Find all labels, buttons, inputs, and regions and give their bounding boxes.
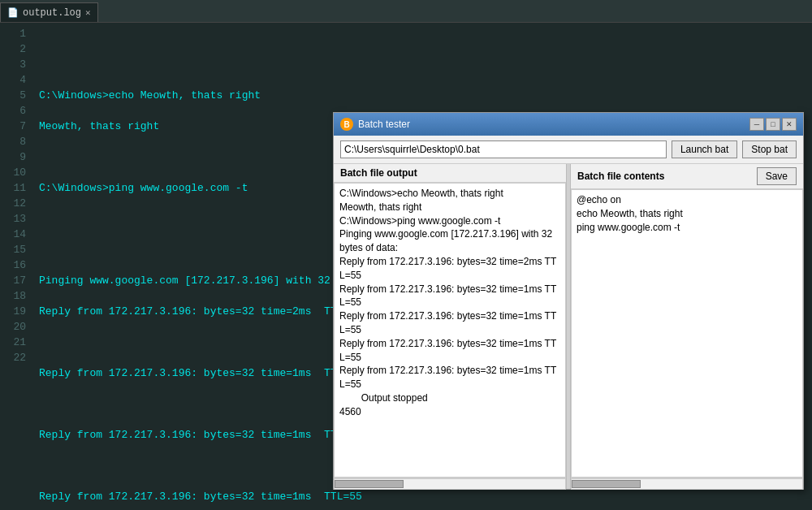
output-hscrollbar-thumb — [335, 480, 404, 488]
contents-panel-label: Batch file contents — [577, 171, 664, 182]
output-hscrollbar[interactable] — [334, 478, 566, 490]
tab-file-icon: 📄 — [7, 7, 19, 18]
contents-hscrollbar-thumb — [572, 480, 641, 488]
titlebar-buttons: ─ □ ✕ — [749, 118, 797, 131]
code-line: Reply from 172.217.3.196: bytes=32 time=… — [39, 489, 806, 504]
line-number: 18 — [0, 288, 26, 304]
output-line: Reply from 172.217.3.196: bytes=32 time=… — [339, 337, 560, 365]
launch-bat-button[interactable]: Launch bat — [672, 140, 737, 158]
line-number: 7 — [0, 119, 26, 134]
code-line — [39, 57, 806, 72]
output-line: Reply from 172.217.3.196: bytes=32 time=… — [339, 255, 560, 283]
line-number: 22 — [0, 350, 26, 365]
batch-tester-dialog: B Batch tester ─ □ ✕ Launch bat Stop bat… — [333, 112, 804, 490]
stop-bat-button[interactable]: Stop bat — [742, 140, 797, 158]
line-number: 13 — [0, 211, 26, 227]
contents-panel-content[interactable]: @echo onecho Meowth, thats rightping www… — [571, 189, 803, 478]
tab-label: output.log — [23, 7, 81, 19]
content-line: @echo on — [577, 193, 797, 207]
output-log-tab[interactable]: 📄 output.log ✕ — [0, 2, 98, 22]
contents-panel-hscroll[interactable] — [571, 478, 803, 489]
line-number: 6 — [0, 103, 26, 119]
line-number: 10 — [0, 165, 26, 180]
line-number: 2 — [0, 41, 26, 57]
line-number: 12 — [0, 196, 26, 211]
output-line: C:\Windows>ping www.google.com -t — [339, 214, 560, 228]
path-input[interactable] — [340, 140, 667, 158]
line-number: 19 — [0, 304, 26, 319]
batch-contents-panel: Batch file contents Save @echo onecho Me… — [571, 164, 803, 489]
output-panel-label: Batch file output — [340, 167, 417, 179]
line-number: 11 — [0, 180, 26, 196]
line-number: 1 — [0, 26, 26, 41]
dialog-icon: B — [340, 118, 353, 131]
tab-close-button[interactable]: ✕ — [85, 7, 91, 18]
contents-panel-header: Batch file contents Save — [571, 164, 803, 189]
line-number: 4 — [0, 72, 26, 88]
minimize-button[interactable]: ─ — [749, 118, 764, 131]
line-number: 15 — [0, 242, 26, 257]
save-button[interactable]: Save — [757, 167, 797, 185]
output-line: 4560 — [339, 405, 560, 419]
output-line: Reply from 172.217.3.196: bytes=32 time=… — [339, 309, 560, 337]
output-line: C:\Windows>echo Meowth, thats right — [339, 187, 560, 201]
close-dialog-button[interactable]: ✕ — [782, 118, 797, 131]
line-number: 14 — [0, 227, 26, 242]
output-panel-hscroll[interactable] — [334, 478, 566, 489]
line-number: 21 — [0, 335, 26, 350]
line-numbers: 12345678910111213141516171819202122 — [0, 23, 32, 510]
output-panel-content[interactable]: C:\Windows>echo Meowth, thats rightMeowt… — [334, 183, 566, 478]
batch-output-panel: Batch file output C:\Windows>echo Meowth… — [334, 164, 566, 489]
line-number: 20 — [0, 319, 26, 335]
titlebar-left: B Batch tester — [340, 118, 410, 131]
output-line: Pinging www.google.com [172.217.3.196] w… — [339, 227, 560, 255]
content-line: ping www.google.com -t — [577, 221, 797, 235]
output-line: Meowth, thats right — [339, 201, 560, 214]
editor-area: 12345678910111213141516171819202122 C:\W… — [0, 23, 812, 510]
contents-hscrollbar[interactable] — [571, 478, 803, 490]
content-line: echo Meowth, thats right — [577, 207, 797, 221]
tab-bar: 📄 output.log ✕ — [0, 0, 812, 23]
line-number: 16 — [0, 257, 26, 273]
output-line: Output stopped — [339, 391, 560, 405]
output-line: Reply from 172.217.3.196: bytes=32 time=… — [339, 283, 560, 310]
dialog-toolbar: Launch bat Stop bat — [334, 136, 803, 164]
code-line — [39, 26, 806, 41]
dialog-title: Batch tester — [358, 119, 410, 130]
dialog-panels: Batch file output C:\Windows>echo Meowth… — [334, 164, 803, 489]
code-line: C:\Windows>echo Meowth, thats right — [39, 88, 806, 103]
output-panel-header: Batch file output — [334, 164, 566, 183]
line-number: 3 — [0, 57, 26, 72]
line-number: 9 — [0, 149, 26, 165]
output-line: Reply from 172.217.3.196: bytes=32 time=… — [339, 364, 560, 391]
maximize-button[interactable]: □ — [766, 118, 780, 131]
line-number: 17 — [0, 273, 26, 288]
line-number: 8 — [0, 134, 26, 149]
line-number: 5 — [0, 88, 26, 103]
dialog-titlebar: B Batch tester ─ □ ✕ — [334, 113, 803, 136]
